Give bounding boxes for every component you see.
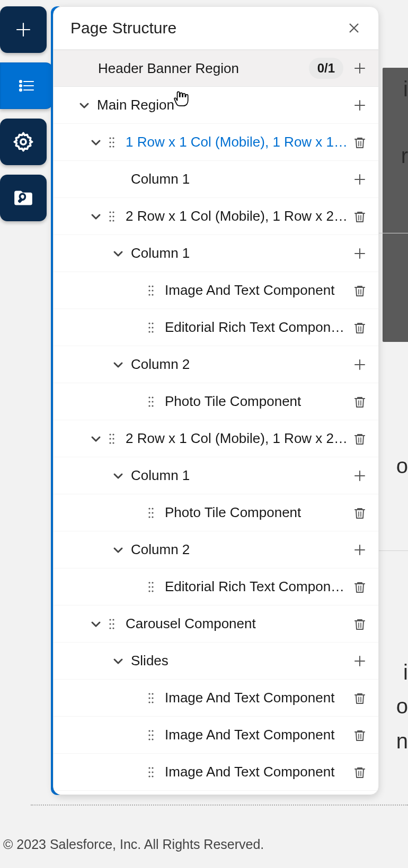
tree-row[interactable]: Image And Text Component [54, 717, 378, 754]
drag-dots-icon [148, 729, 154, 742]
tree-row[interactable]: Editorial Rich Text Component [54, 568, 378, 605]
drag-handle[interactable] [145, 282, 157, 300]
svg-point-31 [152, 401, 153, 402]
svg-point-68 [148, 738, 150, 740]
close-button[interactable] [344, 19, 363, 38]
cursor-hand-icon [173, 89, 191, 107]
svg-point-40 [148, 508, 150, 509]
svg-point-27 [152, 331, 153, 332]
expand-toggle[interactable] [109, 466, 128, 485]
delete-button[interactable] [349, 613, 371, 635]
svg-point-43 [152, 512, 153, 513]
expand-toggle[interactable] [109, 652, 128, 671]
tree-row[interactable]: Image And Text Component [54, 272, 378, 309]
background-dotted-border [31, 804, 408, 806]
tree-row[interactable]: Carousel Component [54, 605, 378, 643]
drag-handle[interactable] [105, 207, 118, 225]
tree-row[interactable]: Editorial Rich Text Component [54, 309, 378, 346]
tree-row[interactable]: Column 2 [54, 531, 378, 568]
tree-row[interactable]: Photo Tile Component [54, 383, 378, 420]
delete-button[interactable] [349, 687, 371, 709]
svg-point-71 [152, 767, 153, 768]
expand-toggle[interactable] [86, 207, 105, 226]
tree-row[interactable]: Column 2 [54, 346, 378, 383]
drag-handle[interactable] [145, 319, 157, 337]
svg-point-28 [148, 396, 150, 398]
background-text-fragment: r [401, 144, 408, 168]
svg-point-4 [109, 137, 111, 139]
plus-icon [353, 61, 367, 75]
add-child-button[interactable] [349, 650, 371, 672]
drag-handle[interactable] [145, 763, 157, 781]
tools-button[interactable] [0, 175, 47, 221]
svg-point-59 [152, 693, 153, 694]
svg-point-70 [148, 767, 150, 768]
svg-point-7 [112, 141, 114, 143]
tree-row[interactable]: 1 Row x 1 Col (Mobile), 1 Row x 1 Col (T… [54, 124, 378, 161]
tree-row[interactable]: Column 1 [54, 457, 378, 494]
expand-toggle[interactable] [86, 429, 105, 448]
delete-button[interactable] [349, 761, 371, 783]
delete-button[interactable] [349, 724, 371, 746]
drag-dots-icon [109, 432, 115, 445]
delete-button[interactable] [349, 502, 371, 524]
tree-row[interactable]: Column 1 [54, 235, 378, 272]
tree-row[interactable]: Slides [54, 643, 378, 680]
drag-handle[interactable] [145, 504, 157, 522]
tree-row[interactable]: Column 1 [54, 161, 378, 198]
settings-button[interactable] [0, 119, 47, 165]
delete-button[interactable] [349, 391, 371, 413]
tree-row-header-banner[interactable]: Header Banner Region 0/1 [54, 50, 378, 87]
svg-point-75 [152, 775, 153, 777]
left-toolbar [0, 6, 49, 221]
chevron-down-icon [112, 544, 124, 556]
drag-dots-icon [109, 136, 115, 149]
add-child-button[interactable] [349, 465, 371, 487]
chevron-down-icon [78, 100, 90, 111]
add-child-button[interactable] [349, 539, 371, 561]
svg-point-51 [152, 590, 153, 592]
delete-button[interactable] [349, 428, 371, 450]
svg-point-20 [148, 294, 150, 295]
drag-dots-icon [109, 618, 115, 630]
tree-row[interactable]: 2 Row x 1 Col (Mobile), 1 Row x 2 Col (T… [54, 420, 378, 457]
expand-toggle[interactable] [86, 614, 105, 634]
expand-toggle[interactable] [109, 244, 128, 263]
add-button[interactable] [0, 6, 47, 53]
delete-button[interactable] [349, 205, 371, 228]
add-child-button[interactable] [349, 94, 371, 116]
structure-button[interactable] [0, 62, 53, 109]
svg-point-2 [20, 89, 22, 91]
drag-handle[interactable] [105, 615, 118, 633]
add-child-button[interactable] [349, 354, 371, 376]
tree-row[interactable]: Photo Tile Component [54, 494, 378, 531]
drag-handle[interactable] [145, 689, 157, 707]
expand-toggle[interactable] [109, 540, 128, 559]
svg-point-26 [148, 331, 150, 332]
tree-row[interactable]: Image And Text Component [54, 754, 378, 791]
chevron-down-icon [112, 248, 124, 259]
svg-point-46 [148, 582, 150, 583]
trash-icon [353, 765, 367, 779]
drag-handle[interactable] [145, 393, 157, 411]
svg-point-0 [20, 80, 22, 83]
tree-row[interactable]: Main Region [54, 87, 378, 124]
tree-row[interactable]: 2 Row x 1 Col (Mobile), 1 Row x 2 Col (T… [54, 198, 378, 235]
delete-button[interactable] [349, 131, 371, 153]
drag-handle[interactable] [105, 430, 118, 448]
row-label: Main Region [94, 97, 349, 113]
delete-button[interactable] [349, 279, 371, 302]
delete-button[interactable] [349, 317, 371, 339]
drag-handle[interactable] [105, 133, 118, 151]
expand-toggle[interactable] [75, 96, 94, 115]
drag-handle[interactable] [145, 726, 157, 744]
add-child-button[interactable] [349, 168, 371, 191]
add-child-button[interactable] [349, 57, 371, 79]
tree-row[interactable]: Image And Text Component [54, 680, 378, 717]
delete-button[interactable] [349, 576, 371, 598]
drag-handle[interactable] [145, 578, 157, 596]
expand-toggle[interactable] [109, 355, 128, 374]
add-child-button[interactable] [349, 242, 371, 265]
svg-point-39 [112, 442, 114, 444]
expand-toggle[interactable] [86, 133, 105, 152]
